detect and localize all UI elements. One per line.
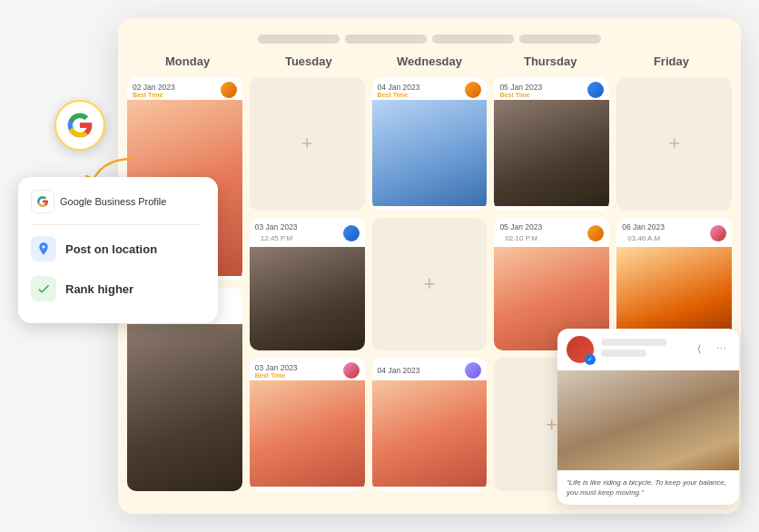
checkmark-icon	[36, 281, 51, 296]
gbp-title: Google Business Profile	[60, 196, 166, 207]
post-avatar	[567, 336, 594, 363]
day-friday: Friday	[611, 51, 732, 72]
cell-time: 12.45 P.M	[255, 232, 298, 245]
avatar	[221, 82, 237, 98]
location-pin-icon	[36, 241, 51, 256]
cell-date: 05 Jan 2023	[499, 222, 542, 232]
gbp-label: Google Business Profile	[31, 190, 200, 213]
cell-date: 02 Jan 2023	[133, 83, 175, 92]
cell-tag: Best Time	[499, 92, 542, 98]
location-label: Post on location	[65, 242, 157, 256]
cell-tag: Best Time	[378, 92, 420, 98]
divider	[31, 224, 200, 225]
cell-image	[372, 380, 488, 487]
avatar	[343, 225, 360, 241]
cell-time: 03.40 A.M	[622, 232, 665, 245]
avatar	[465, 362, 481, 379]
cell-date: 05 Jan 2023	[499, 83, 542, 92]
cell-wed-1[interactable]: 04 Jan 2023 Best Time	[372, 77, 488, 211]
google-icon	[65, 111, 94, 140]
cell-date: 04 Jan 2023	[378, 83, 420, 92]
rank-icon	[31, 276, 56, 301]
post-preview-header: ⟨ ⋯	[557, 329, 739, 370]
cell-image	[250, 380, 365, 487]
day-tuesday: Tuesday	[248, 51, 369, 72]
google-bubble-card: Google Business Profile Post on location…	[18, 177, 218, 323]
cell-fri-empty-1[interactable]: +	[616, 77, 732, 211]
cell-tue-empty[interactable]: +	[250, 77, 365, 211]
col-wednesday: 04 Jan 2023 Best Time + 04 Jan 2023	[372, 77, 488, 491]
cell-date: 06 Jan 2023	[622, 222, 665, 232]
avatar	[343, 362, 360, 379]
post-caption: "Life is like riding a bicycle. To keep …	[557, 470, 739, 505]
share-icon[interactable]: ⟨	[690, 340, 708, 359]
header-pill	[519, 34, 601, 44]
cell-tag: Best Time	[133, 92, 175, 98]
day-thursday: Thursday	[490, 51, 611, 72]
days-row: Monday Tuesday Wednesday Thursday Friday	[118, 51, 741, 72]
more-icon[interactable]: ⋯	[712, 340, 730, 359]
cell-date: 03 Jan 2023	[255, 363, 298, 372]
post-meta-line-2	[601, 350, 646, 357]
cell-image	[250, 247, 365, 351]
post-meta	[601, 339, 683, 360]
cell-wed-empty[interactable]: +	[372, 218, 488, 351]
col-tuesday: + 03 Jan 2023 12.45 P.M 03 Jan 2023 Best…	[250, 77, 365, 491]
google-small-icon	[36, 195, 49, 208]
gbp-icon	[31, 190, 54, 213]
post-preview-image	[557, 370, 739, 470]
cell-image	[127, 324, 242, 491]
calendar-header	[118, 18, 741, 51]
day-wednesday: Wednesday	[369, 51, 489, 72]
day-monday: Monday	[127, 51, 248, 72]
rank-label: Rank higher	[65, 282, 133, 296]
location-icon	[31, 236, 56, 261]
feature-location: Post on location	[31, 229, 200, 269]
cell-date: 04 Jan 2023	[378, 366, 420, 375]
cell-tag: Best Time	[255, 372, 298, 379]
header-pill	[432, 34, 514, 44]
cell-tue-3[interactable]: 03 Jan 2023 Best Time	[250, 358, 365, 491]
avatar	[710, 225, 726, 241]
post-actions: ⟨ ⋯	[690, 340, 730, 359]
avatar	[465, 82, 481, 98]
google-logo-circle[interactable]	[54, 100, 105, 151]
cell-image	[372, 100, 488, 206]
header-pill	[258, 34, 340, 44]
cell-date: 03 Jan 2023	[255, 222, 298, 232]
avatar	[587, 82, 604, 98]
post-meta-line-1	[601, 339, 666, 346]
avatar	[587, 225, 604, 241]
cell-tue-2[interactable]: 03 Jan 2023 12.45 P.M	[250, 218, 365, 351]
post-preview-card: ⟨ ⋯ "Life is like riding a bicycle. To k…	[557, 329, 739, 505]
cell-image	[494, 100, 609, 206]
cell-time: 02.10 P.M	[499, 232, 542, 245]
feature-rank: Rank higher	[31, 269, 200, 309]
header-pill	[345, 34, 427, 44]
cell-thu-1[interactable]: 05 Jan 2023 Best Time	[494, 77, 609, 211]
cell-wed-3[interactable]: 04 Jan 2023	[372, 358, 488, 491]
